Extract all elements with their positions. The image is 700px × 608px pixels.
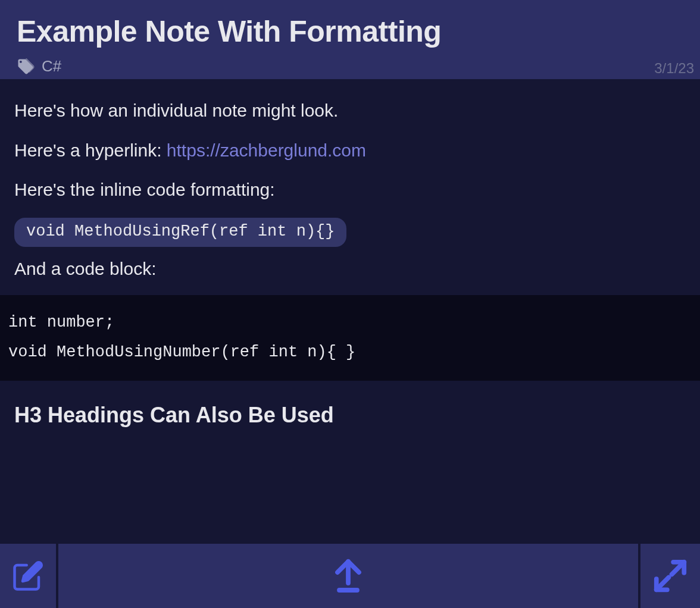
expand-button[interactable] xyxy=(640,544,700,608)
text: Here's a hyperlink: xyxy=(14,140,167,160)
tags-row: C# xyxy=(17,57,683,76)
inline-code: void MethodUsingRef(ref int n){} xyxy=(14,218,346,247)
paragraph: Here's the inline code formatting: xyxy=(14,176,686,204)
edit-button[interactable] xyxy=(0,544,56,608)
hyperlink[interactable]: https://zachberglund.com xyxy=(167,140,366,160)
tag-icon xyxy=(17,58,35,76)
note-header: Example Note With Formatting C# 3/1/23 xyxy=(0,0,700,79)
heading-3: H3 Headings Can Also Be Used xyxy=(14,399,686,432)
paragraph: Here's how an individual note might look… xyxy=(14,97,686,125)
edit-icon xyxy=(12,560,44,592)
note-date: 3/1/23 xyxy=(654,60,694,77)
tag-label: C# xyxy=(42,57,61,76)
paragraph: And a code block: xyxy=(14,255,686,283)
upload-button[interactable] xyxy=(58,544,638,608)
note-content: Here's how an individual note might look… xyxy=(0,79,700,544)
note-title: Example Note With Formatting xyxy=(17,14,683,49)
paragraph: Here's a hyperlink: https://zachberglund… xyxy=(14,137,686,165)
upload-icon xyxy=(327,554,370,597)
code-block: int number; void MethodUsingNumber(ref i… xyxy=(0,295,700,381)
expand-icon xyxy=(652,557,689,594)
bottom-toolbar xyxy=(0,544,700,608)
